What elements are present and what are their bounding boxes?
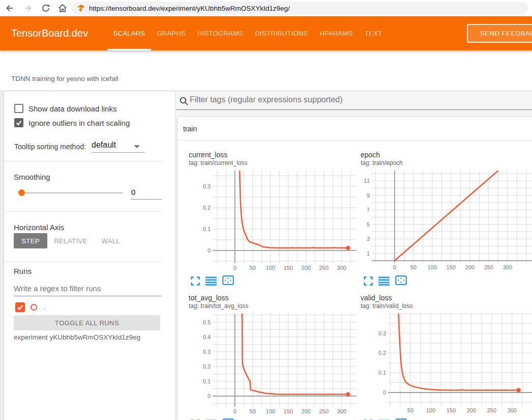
svg-text:50: 50: [250, 265, 256, 271]
fullscreen-icon[interactable]: [191, 276, 200, 286]
filter-tags-input[interactable]: [190, 95, 520, 104]
experiment-id-label: experiment yKUbhb5wRmOSXYkId1z9eg: [14, 333, 140, 341]
fit-to-region-icon[interactable]: [222, 275, 234, 285]
tab-distributions[interactable]: DISTRIBUTIONS: [249, 16, 314, 50]
chart-tag: tag: train/epoch: [361, 159, 403, 166]
svg-text:0: 0: [208, 393, 211, 399]
ignore-outliers-checkbox[interactable]: [14, 118, 23, 127]
svg-text:0: 0: [233, 265, 237, 271]
show-download-links-label: Show data download links: [28, 104, 116, 113]
divider: [4, 261, 162, 262]
line-chart[interactable]: 5010015020025030000.10.20.3: [358, 311, 532, 415]
svg-text:1: 1: [367, 250, 370, 257]
group-label: train: [178, 117, 532, 141]
smoothing-value[interactable]: 0: [131, 188, 135, 197]
tab-histograms[interactable]: HISTOGRAMS: [192, 16, 249, 50]
smoothing-slider-thumb[interactable]: [18, 189, 25, 196]
back-icon[interactable]: [5, 3, 15, 13]
axis-wall-button[interactable]: WALL: [98, 233, 124, 248]
tab-scalars[interactable]: SCALARS: [107, 16, 151, 50]
reload-icon[interactable]: [41, 3, 51, 13]
chart-title: tot_avg_loss: [189, 294, 229, 302]
run-checkbox[interactable]: [15, 302, 25, 312]
chart-tot-avg-loss: tot_avg_loss tag: train/tot_avg_loss 050…: [184, 294, 358, 420]
tooltip-sorting-label: Tooltip sorting method:: [14, 143, 86, 151]
run-color-swatch[interactable]: [31, 304, 37, 311]
svg-text:150: 150: [447, 407, 456, 413]
dropdown-caret-icon[interactable]: [134, 145, 140, 148]
chart-valid-loss: valid_loss tag: train/valid_loss 5010015…: [358, 294, 532, 420]
svg-text:0.4: 0.4: [203, 334, 211, 340]
show-download-links-checkbox[interactable]: [14, 104, 23, 113]
experiment-subheader: TDNN training for yesno with icefall: [0, 50, 532, 91]
show-download-links-row[interactable]: Show data download links: [14, 104, 116, 113]
svg-text:300: 300: [508, 407, 517, 413]
svg-text:150: 150: [447, 264, 456, 270]
ignore-outliers-label: Ignore outliers in chart scaling: [28, 119, 130, 127]
line-chart[interactable]: 05010015020025030000.10.20.30.40.5: [184, 311, 358, 415]
svg-text:0.2: 0.2: [378, 350, 386, 356]
tab-hparams[interactable]: HPARAMS: [314, 16, 359, 50]
line-chart[interactable]: 05010015020025030000.10.20.3: [184, 168, 358, 272]
svg-text:200: 200: [465, 264, 475, 270]
fit-to-region-icon[interactable]: [395, 275, 407, 285]
smoothing-label: Smoothing: [14, 173, 50, 181]
data-table-icon[interactable]: [378, 276, 390, 286]
tensorboard-window: https://tensorboard.dev/experiment/yKUbh…: [0, 0, 532, 420]
svg-text:200: 200: [467, 407, 476, 413]
train-card-header[interactable]: train: [178, 117, 532, 141]
svg-text:0: 0: [393, 264, 396, 270]
svg-text:100: 100: [266, 265, 275, 271]
chart-epoch: epoch tag: train/epoch 05010015020025030…: [358, 151, 532, 296]
divider: [4, 161, 162, 161]
chart-actions: [364, 275, 412, 286]
smoothing-slider-track[interactable]: [19, 192, 123, 193]
svg-text:250: 250: [319, 265, 328, 271]
svg-text:50: 50: [410, 264, 417, 270]
tab-graphs[interactable]: GRAPHS: [151, 16, 192, 50]
divider: [4, 211, 162, 212]
svg-text:9: 9: [367, 192, 370, 199]
svg-text:300: 300: [503, 264, 512, 270]
settings-sidebar: Show data download links Ignore outliers…: [0, 92, 175, 420]
chart-title: current_loss: [189, 151, 227, 159]
axis-relative-button[interactable]: RELATIVE: [52, 233, 89, 248]
svg-text:0.1: 0.1: [203, 226, 211, 232]
svg-text:100: 100: [266, 408, 275, 414]
svg-text:0.1: 0.1: [378, 370, 386, 376]
chart-tag: tag: train/tot_avg_loss: [189, 302, 248, 310]
runs-label: Runs: [14, 267, 32, 275]
address-bar[interactable]: https://tensorboard.dev/experiment/yKUbh…: [72, 2, 528, 15]
svg-text:50: 50: [407, 407, 413, 413]
fullscreen-icon[interactable]: [364, 276, 373, 286]
svg-text:300: 300: [337, 408, 346, 414]
svg-text:150: 150: [284, 408, 293, 414]
runs-filter-underline: [14, 296, 162, 296]
run-row[interactable]: .: [15, 302, 45, 312]
line-chart[interactable]: 0501001502002503001357911: [358, 168, 532, 272]
toggle-all-runs-button[interactable]: TOGGLE ALL RUNS: [14, 315, 160, 330]
svg-text:0.3: 0.3: [378, 330, 386, 337]
home-icon[interactable]: [57, 3, 68, 13]
tooltip-sorting-select[interactable]: default: [92, 141, 116, 150]
svg-text:250: 250: [487, 407, 496, 413]
run-name: .: [44, 304, 45, 311]
ignore-outliers-row[interactable]: Ignore outliers in chart scaling: [14, 118, 130, 127]
send-feedback-button[interactable]: SEND FEEDBACK: [467, 24, 532, 43]
svg-text:3: 3: [367, 236, 370, 242]
browser-toolbar: https://tensorboard.dev/experiment/yKUbh…: [0, 0, 532, 16]
axis-step-button[interactable]: STEP: [14, 233, 47, 248]
url-text: https://tensorboard.dev/experiment/yKUbh…: [89, 5, 290, 12]
forward-icon[interactable]: [23, 3, 33, 13]
svg-text:300: 300: [337, 265, 346, 271]
data-table-icon[interactable]: [205, 276, 217, 286]
tab-text[interactable]: TEXT: [359, 16, 388, 50]
nav-tabs: SCALARS GRAPHS HISTOGRAMS DISTRIBUTIONS …: [107, 16, 388, 50]
svg-text:7: 7: [367, 207, 370, 213]
sidebar-scrollbar[interactable]: [0, 92, 4, 420]
svg-text:50: 50: [250, 408, 256, 414]
svg-text:11: 11: [364, 178, 370, 184]
chart-tag: tag: train/current_loss: [189, 159, 247, 166]
svg-text:250: 250: [319, 408, 328, 414]
runs-filter-input[interactable]: [14, 284, 156, 293]
